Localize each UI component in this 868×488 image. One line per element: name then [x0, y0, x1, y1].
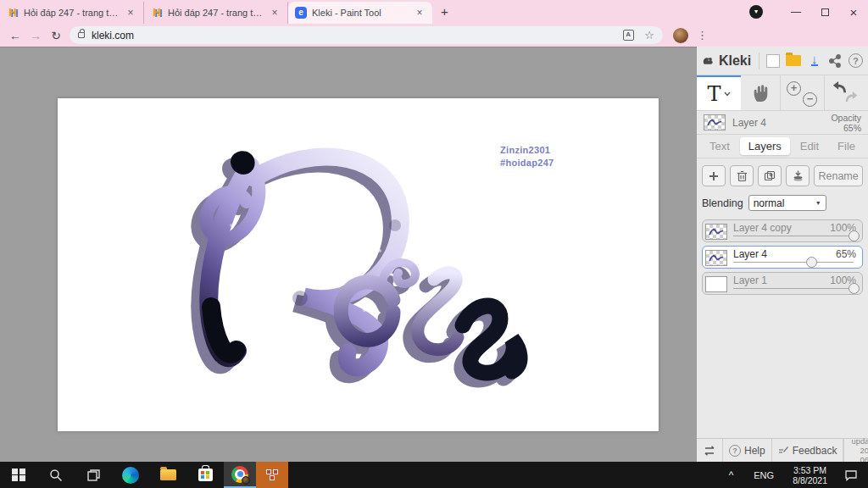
start-button[interactable]	[0, 462, 37, 488]
hand-icon	[751, 83, 770, 103]
windows-taskbar: ^ ENG 3:53 PM 8/8/2021	[0, 462, 868, 488]
redo-icon[interactable]	[845, 91, 859, 103]
paint-canvas[interactable]: Zinzin2301 #hoidap247	[58, 98, 659, 431]
hand-tool-button[interactable]	[741, 75, 780, 110]
merge-layer-button[interactable]	[786, 165, 810, 186]
layers-panel: Rename Blending normal ▼ Layer 4 copy 10…	[697, 158, 868, 438]
zoom-in-button[interactable]: +	[787, 81, 801, 96]
browser-tab-bar: H Hỏi đáp 247 - trang tra loi × H Hỏi đá…	[0, 0, 868, 24]
layer-opacity-value: 65%	[836, 248, 856, 260]
pencil-icon	[778, 446, 789, 455]
minimize-button[interactable]: —	[782, 0, 810, 24]
language-indicator[interactable]: ENG	[743, 470, 784, 480]
url-text[interactable]: kleki.com	[92, 30, 134, 42]
opacity-slider[interactable]	[733, 236, 854, 237]
orange-app-taskbar-item[interactable]	[256, 462, 288, 488]
tab-close-icon[interactable]: ×	[269, 7, 281, 19]
forward-button[interactable]: →	[25, 29, 46, 42]
tab-text[interactable]: Text	[701, 137, 738, 155]
canvas-workspace[interactable]: Zinzin2301 #hoidap247	[0, 47, 697, 462]
new-image-button[interactable]	[765, 51, 780, 71]
new-tab-button[interactable]: +	[441, 4, 448, 19]
reload-button[interactable]: ↻	[46, 29, 66, 42]
task-view-button[interactable]	[75, 462, 112, 488]
layer-name: Layer 1	[733, 274, 767, 286]
chrome-taskbar-item[interactable]	[224, 462, 256, 488]
add-layer-button[interactable]	[702, 165, 726, 186]
tab-file[interactable]: File	[829, 137, 864, 155]
lock-icon[interactable]	[78, 32, 85, 38]
swap-colors-button[interactable]	[697, 439, 723, 462]
text-tool-button[interactable]: T	[697, 75, 741, 110]
duplicate-layer-button[interactable]	[758, 165, 782, 186]
rename-layer-button[interactable]: Rename	[814, 165, 863, 186]
layer-name: Layer 4	[733, 248, 767, 260]
bookmark-star-icon[interactable]: ☆	[644, 29, 654, 42]
opacity-readout: Opacity 65%	[831, 113, 861, 133]
opacity-slider-knob[interactable]	[806, 257, 817, 268]
opacity-slider[interactable]	[733, 262, 854, 263]
active-layer-bar[interactable]: Layer 4 Opacity 65%	[697, 111, 868, 135]
help-link[interactable]: ? Help	[723, 439, 772, 462]
chevron-down-icon: ▼	[815, 200, 821, 206]
clock[interactable]: 3:53 PM 8/8/2021	[784, 465, 836, 485]
tab-title: Hỏi đáp 247 - trang tra loi	[24, 8, 120, 18]
edge-taskbar-item[interactable]	[112, 462, 149, 488]
store-taskbar-item[interactable]	[186, 462, 224, 488]
browser-menu-icon[interactable]: ⋮	[697, 29, 708, 42]
tab-edit[interactable]: Edit	[792, 137, 827, 155]
show-hidden-icons-button[interactable]: ^	[719, 469, 744, 481]
close-window-button[interactable]: ×	[839, 0, 868, 24]
tab-close-icon[interactable]: ×	[125, 7, 136, 19]
chrome-profile-badge	[242, 476, 250, 485]
tab-kleki[interactable]: e Kleki - Paint Tool ×	[288, 2, 432, 24]
divider	[759, 53, 760, 69]
updated-info: updated 2021-06-16	[843, 439, 868, 462]
feedback-link[interactable]: Feedback	[772, 439, 844, 462]
text-tool-glyph: T	[707, 82, 721, 106]
layer-row-layer1[interactable]: Layer 1 100%	[702, 272, 863, 295]
share-button[interactable]	[827, 51, 842, 71]
kleki-favicon-icon: e	[295, 7, 307, 19]
opacity-slider-knob[interactable]	[849, 230, 860, 241]
url-bar[interactable]: kleki.com ☆	[70, 26, 663, 44]
profile-avatar[interactable]	[673, 28, 688, 43]
tab-hoidap-2[interactable]: H Hỏi đáp 247 - trang tra loi ×	[144, 2, 288, 24]
screen: H Hỏi đáp 247 - trang tra loi × H Hỏi đá…	[0, 0, 868, 488]
layer-name: Layer 4 copy	[733, 222, 792, 234]
active-layer-name: Layer 4	[732, 117, 766, 129]
layer-row-layer4copy[interactable]: Layer 4 copy 100%	[702, 219, 863, 242]
layer-row-layer4[interactable]: Layer 4 65%	[702, 246, 863, 269]
download-button[interactable]: ↓	[807, 51, 821, 71]
windows-logo-icon	[12, 469, 25, 482]
file-explorer-icon	[160, 469, 176, 480]
search-icon	[49, 469, 63, 482]
help-button[interactable]: ?	[849, 51, 863, 71]
tab-close-icon[interactable]: ×	[414, 7, 426, 19]
search-button[interactable]	[37, 462, 75, 488]
history-controls	[824, 75, 866, 110]
feedback-label: Feedback	[793, 445, 837, 457]
delete-layer-button[interactable]	[730, 165, 754, 186]
layer-thumbnail	[705, 276, 727, 292]
microsoft-store-icon	[198, 469, 213, 481]
opacity-slider-knob[interactable]	[849, 283, 860, 294]
restore-button[interactable]	[810, 0, 839, 24]
sidebar-footer: ? Help Feedback updated 2021-06-16	[697, 438, 868, 462]
back-button[interactable]: ←	[5, 29, 25, 42]
open-file-button[interactable]	[786, 51, 801, 71]
notification-center-button[interactable]	[836, 469, 868, 481]
tab-hoidap-1[interactable]: H Hỏi đáp 247 - trang tra loi ×	[0, 2, 144, 24]
media-control-icon[interactable]: ▾	[749, 5, 763, 19]
opacity-slider[interactable]	[733, 288, 854, 290]
file-explorer-taskbar-item[interactable]	[149, 462, 186, 488]
sidebar-tabs: Text Layers Edit File	[697, 135, 868, 158]
task-view-icon	[86, 469, 100, 482]
tab-layers[interactable]: Layers	[740, 137, 790, 155]
zoom-controls: + −	[780, 75, 824, 110]
blending-select[interactable]: normal ▼	[748, 195, 826, 211]
chevron-down-icon	[724, 92, 731, 97]
translate-icon[interactable]	[623, 30, 634, 41]
artist-watermark: Zinzin2301 #hoidap247	[500, 144, 554, 169]
zoom-out-button[interactable]: −	[803, 92, 817, 107]
